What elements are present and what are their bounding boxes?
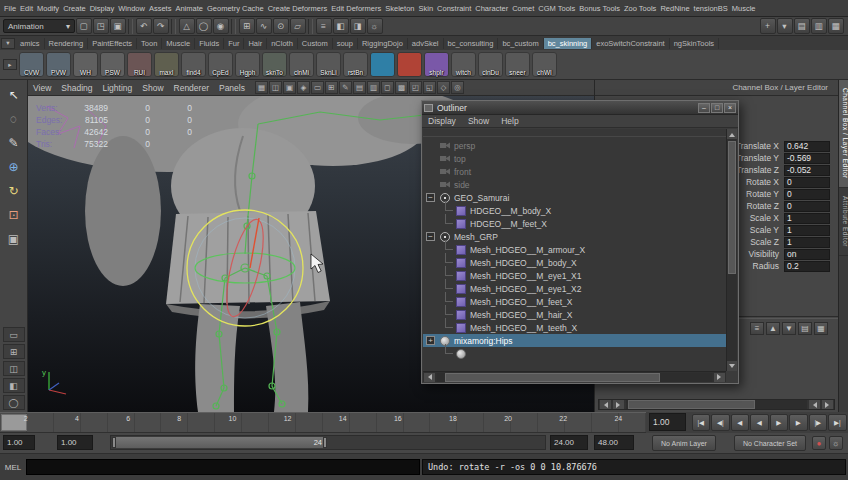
redo-icon[interactable]: ↷: [153, 18, 169, 34]
shelf-button[interactable]: WH: [73, 52, 98, 77]
viewport-menu-item[interactable]: Lighting: [97, 83, 137, 93]
undo-icon[interactable]: ↶: [136, 18, 152, 34]
scrollbar-track[interactable]: [437, 373, 712, 382]
separator[interactable]: [231, 19, 236, 34]
outliner-item[interactable]: [423, 347, 726, 360]
ipr-render-icon[interactable]: ◨: [350, 18, 366, 34]
play-forward-button[interactable]: ▶: [770, 414, 789, 431]
menubar-item[interactable]: Edit Deformers: [329, 4, 383, 13]
shelf-button[interactable]: sknTo: [262, 52, 287, 77]
shelf-tab[interactable]: bc_custom: [498, 38, 543, 49]
open-scene-icon[interactable]: ◳: [93, 18, 109, 34]
outliner-item[interactable]: − Mesh_GRP: [423, 230, 726, 243]
viewport-menu-item[interactable]: Shading: [56, 83, 97, 93]
outliner-titlebar[interactable]: Outliner –□×: [422, 101, 738, 115]
scroll-down-icon[interactable]: [727, 361, 737, 371]
sidebar-tab[interactable]: Channel Box / Layer Editor: [839, 80, 848, 188]
channel-value-field[interactable]: 0: [784, 189, 830, 200]
auto-keyframe-icon[interactable]: ●: [812, 436, 826, 450]
last-tool-icon[interactable]: ▣: [3, 228, 25, 249]
channel-value-field[interactable]: 1: [784, 237, 830, 248]
outliner-item[interactable]: Mesh_HDGEO__M_armour_X: [423, 243, 726, 256]
range-end-handle[interactable]: [323, 437, 327, 448]
safe-action-icon[interactable]: ◰: [409, 81, 422, 94]
shelf-button[interactable]: RUI: [127, 52, 152, 77]
outliner-item[interactable]: persp: [423, 139, 726, 152]
scroll-right-icon[interactable]: [714, 373, 725, 382]
menubar-item[interactable]: RedNine: [658, 4, 691, 13]
shelf-tab[interactable]: Rendering: [45, 38, 89, 49]
outliner-item[interactable]: Mesh_HDGEO__M_eye1_X1: [423, 269, 726, 282]
outliner-item[interactable]: Mesh_HDGEO__M_hair_X: [423, 308, 726, 321]
layers-menu-icon[interactable]: ≡: [750, 322, 764, 335]
go-to-end-button[interactable]: ▶|: [828, 414, 847, 431]
shelf-tabs-menu-icon[interactable]: ▾: [1, 38, 15, 49]
channel-value-field[interactable]: 0: [784, 177, 830, 188]
menubar-item[interactable]: tensionBS: [692, 4, 730, 13]
shelf-tab[interactable]: nCloth: [267, 38, 298, 49]
close-button[interactable]: ×: [724, 103, 736, 113]
shelf-tab[interactable]: Muscle: [162, 38, 195, 49]
menubar-item[interactable]: Create: [61, 4, 88, 13]
new-layer-from-selection-icon[interactable]: ▦: [814, 322, 828, 335]
expand-toggle-icon[interactable]: +: [426, 336, 435, 345]
scroll-left-icon[interactable]: [809, 400, 820, 409]
snap-to-point-icon[interactable]: ⊙: [273, 18, 289, 34]
wireframe-icon[interactable]: ◇: [437, 81, 450, 94]
outliner-item[interactable]: front: [423, 165, 726, 178]
select-by-object-icon[interactable]: ◯: [196, 18, 212, 34]
step-forward-key-button[interactable]: |▶: [809, 414, 828, 431]
animation-end-field[interactable]: 48.00: [594, 435, 634, 450]
menubar-item[interactable]: Display: [88, 4, 117, 13]
menubar-item[interactable]: Create Deformers: [266, 4, 330, 13]
shelf-tab[interactable]: bc_skinning: [544, 38, 593, 49]
2d-pan-zoom-icon[interactable]: ⊞: [325, 81, 338, 94]
restore-button[interactable]: □: [711, 103, 723, 113]
show-manipulator-icon[interactable]: +: [760, 18, 776, 34]
move-tool-icon[interactable]: ⊕: [3, 156, 25, 177]
viewport-menu-item[interactable]: Panels: [214, 83, 250, 93]
mel-command-input[interactable]: [26, 459, 420, 475]
snap-to-curve-icon[interactable]: ∿: [256, 18, 272, 34]
scroll-up-icon[interactable]: [727, 129, 737, 139]
outliner-item[interactable]: Mesh_HDGEO__M_body_X: [423, 256, 726, 269]
expand-toggle-icon[interactable]: −: [426, 193, 435, 202]
select-by-hierarchy-icon[interactable]: △: [179, 18, 195, 34]
attribute-editor-toggle-icon[interactable]: ▤: [794, 18, 810, 34]
menubar-item[interactable]: Skeleton: [383, 4, 416, 13]
shelf-tab[interactable]: Fur: [224, 38, 244, 49]
shelf-button[interactable]: rstBn: [343, 52, 368, 77]
new-scene-icon[interactable]: ▢: [76, 18, 92, 34]
scrollbar-thumb[interactable]: [628, 400, 755, 409]
input-line-menu-icon[interactable]: ▾: [777, 18, 793, 34]
shelf-button[interactable]: clnMi: [289, 52, 314, 77]
lasso-tool-icon[interactable]: ◌: [3, 108, 25, 129]
shelf-button[interactable]: PVW: [46, 52, 71, 77]
layer-editor-scrollbar[interactable]: [598, 399, 835, 410]
playback-end-field[interactable]: 24.00: [550, 435, 588, 450]
new-empty-layer-icon[interactable]: ▤: [798, 322, 812, 335]
channel-value-field[interactable]: 1: [784, 213, 830, 224]
range-start-handle[interactable]: [112, 437, 116, 448]
shelf-button[interactable]: find4: [181, 52, 206, 77]
menubar-item[interactable]: Assets: [147, 4, 174, 13]
select-camera-icon[interactable]: ▦: [255, 81, 268, 94]
shelf-button[interactable]: SknLi: [316, 52, 341, 77]
separator[interactable]: [128, 19, 133, 34]
image-plane-icon[interactable]: ▭: [311, 81, 324, 94]
construction-history-icon[interactable]: ≡: [316, 18, 332, 34]
scroll-left-icon[interactable]: [600, 400, 611, 409]
scroll-right-icon[interactable]: [822, 400, 833, 409]
scrollbar-thumb[interactable]: [728, 141, 736, 274]
scroll-left-icon[interactable]: [424, 373, 435, 382]
menubar-item[interactable]: Geometry Cache: [205, 4, 266, 13]
menu-set-dropdown[interactable]: Animation ▾: [3, 19, 75, 33]
safe-title-icon[interactable]: ◱: [423, 81, 436, 94]
bookmark-icon[interactable]: ◈: [297, 81, 310, 94]
step-back-key-button[interactable]: ◀|: [711, 414, 730, 431]
sidebar-tab[interactable]: Attribute Editor: [839, 188, 848, 256]
viewport-menu-item[interactable]: Show: [137, 83, 168, 93]
channel-value-field[interactable]: 0.642: [784, 141, 830, 152]
paint-select-tool-icon[interactable]: ✎: [3, 132, 25, 153]
scrollbar-track[interactable]: [626, 400, 807, 409]
